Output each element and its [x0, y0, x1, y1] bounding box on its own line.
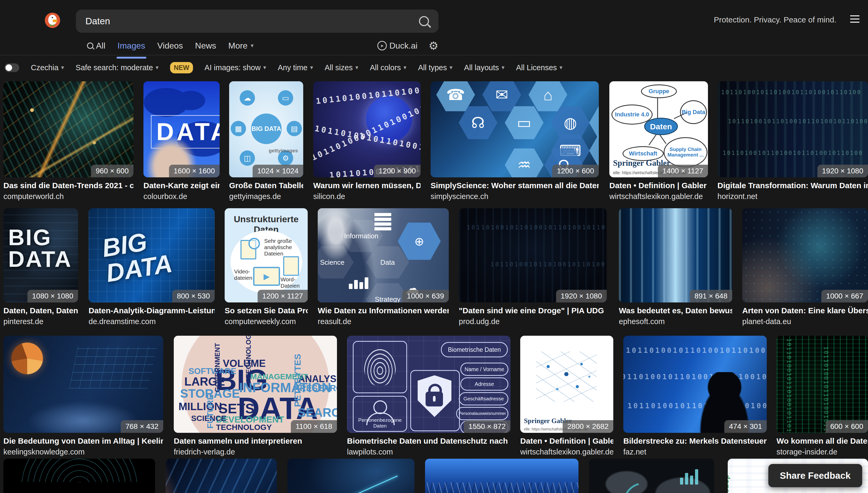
size-badge: 1200 × 600 [552, 165, 599, 177]
filter-licenses[interactable]: All Licenses▾ [516, 63, 563, 72]
share-feedback-button[interactable]: Share Feedback [768, 464, 862, 487]
image-result[interactable]: Personenbezogene Daten Biometrische Date… [347, 336, 510, 433]
image-result[interactable]: DATA 1600 × 1600 [143, 81, 220, 177]
result-title[interactable]: Daten, Daten, Daten: ... [3, 306, 78, 315]
image-result[interactable]: 10110100101101001011010010110100 1011010… [717, 81, 868, 177]
binary-texture: 10110100101101001011010010110100 [723, 150, 863, 156]
menu-icon[interactable] [850, 15, 860, 23]
result-domain[interactable]: de.dreamstime.com [89, 317, 214, 326]
result-domain[interactable]: computerweekly.com [225, 317, 308, 326]
cloud-word: TECHNOLOGIES [245, 336, 252, 378]
search-bar[interactable]: Daten [76, 9, 438, 33]
result-title[interactable]: Warum wir lernen müssen, Date... [313, 181, 420, 190]
result-title[interactable]: Biometrische Daten und Datenschutz nach … [347, 436, 510, 446]
result-title[interactable]: Daten • Definition | Gabler Wi... [609, 181, 708, 190]
result-title[interactable]: Daten • Definition | Gabler ... [520, 436, 613, 446]
size-badge: 800 × 530 [172, 290, 214, 302]
result-title[interactable]: Was bedeutet es, Daten bewusst ... [619, 306, 732, 315]
filter-safe-search[interactable]: Safe search: moderate▾ [76, 63, 158, 72]
duckduckgo-logo[interactable] [45, 13, 60, 28]
result-domain[interactable]: reasult.de [318, 317, 449, 326]
image-result[interactable]: BIG DATA 1080 × 1080 [3, 208, 78, 302]
result-domain[interactable]: colourbox.de [143, 192, 220, 201]
image-result[interactable]: Gruppe Industrie 4.0 Big Data Daten Wirt… [609, 81, 708, 177]
result-title[interactable]: Die Bedeutung von Daten im Alltag | Keel… [3, 436, 163, 446]
result-title[interactable]: Große Daten Tabelle ... [229, 181, 303, 190]
result-domain[interactable]: faz.net [623, 448, 767, 456]
filter-region[interactable]: Czechia▾ [31, 63, 64, 72]
result-domain[interactable]: keelingsknowledge.com [3, 448, 163, 456]
result-domain[interactable]: pinterest.de [3, 317, 78, 326]
image-result[interactable]: 10110100101101001011010010110100 1011010… [777, 336, 868, 433]
duckai-button[interactable]: ➤ Duck.ai [377, 41, 418, 51]
image-result[interactable]: 960 × 600 [3, 81, 133, 177]
result-domain[interactable]: wirtschaftslexikon.gabler.de [520, 448, 613, 456]
result-domain[interactable]: ephesoft.com [619, 317, 732, 326]
result-title[interactable]: Bilderstrecke zu: Merkels Datensteuer: W… [623, 436, 767, 446]
result-domain[interactable]: lawpilots.com [347, 448, 510, 456]
gear-icon[interactable]: ⚙ [429, 39, 438, 52]
tab-videos[interactable]: Videos [157, 41, 183, 51]
filter-layouts[interactable]: All layouts▾ [464, 63, 504, 72]
result-domain[interactable]: prod.udg.de [459, 317, 607, 326]
image-result[interactable] [166, 459, 277, 493]
result-title[interactable]: Arten von Daten: Eine klare Übersicht... [742, 306, 868, 315]
image-result[interactable]: 10110100101101001011010010110100 1011010… [623, 336, 767, 433]
image-result[interactable]: 10110100101101001011010010110100 1011010… [459, 208, 607, 302]
tab-news[interactable]: News [195, 41, 216, 51]
cloud-word: FUTURE [206, 394, 214, 429]
result-title[interactable]: Wo kommen all die Daten ... [777, 436, 868, 446]
result-domain[interactable]: wirtschaftslexikon.gabler.de [609, 192, 708, 201]
result-domain[interactable]: friedrich-verlag.de [174, 448, 337, 456]
image-result[interactable]: 768 × 432 [3, 336, 163, 433]
result-title[interactable]: "Daten sind wie eine Droge" | PIA UDG [459, 306, 607, 315]
result-title[interactable]: Digitale Transformation: Warum Daten im … [717, 181, 868, 190]
image-result[interactable]: ☎ ✉ ⌂ ☊ ▭ ◍ ❝ ⌨ ▦ ♒ Ω 1200 × 600 [431, 81, 599, 177]
result-domain[interactable]: storage-insider.de [777, 448, 868, 456]
image-result[interactable]: Information Science Data Strategy ⊕ ☁ 10… [318, 208, 449, 302]
tab-more[interactable]: More ▾ [228, 41, 254, 51]
filter-colors[interactable]: All colors▾ [370, 63, 407, 72]
theme-toggle[interactable] [4, 63, 19, 72]
result-domain[interactable]: silicon.de [313, 192, 420, 201]
image-result[interactable]: 10110100101101001011010010110100 1011010… [313, 81, 420, 177]
filter-sizes[interactable]: All sizes▾ [325, 63, 358, 72]
result-domain[interactable]: planet-data.eu [742, 317, 868, 326]
image-result[interactable] [288, 459, 414, 493]
result-title[interactable]: SimplyScience: Woher stammen all die Dat… [431, 181, 599, 190]
image-result[interactable]: Unstrukturierte Daten Sehr große analyti… [225, 208, 308, 302]
result-title[interactable]: Daten-Karte zeigt ein... [143, 181, 220, 190]
image-result[interactable] [3, 459, 155, 493]
search-tab-icon [87, 42, 93, 49]
tab-images[interactable]: Images [118, 41, 145, 51]
data-pill: Personalausweisnummer [456, 407, 508, 420]
search-input[interactable]: Daten [86, 16, 419, 26]
binary-texture: 10110100101101001011010010110100 [823, 346, 829, 433]
result-title[interactable]: Das sind die Daten-Trends 2021 - comp... [3, 181, 133, 190]
image-result[interactable] [425, 459, 578, 493]
search-icon[interactable] [419, 16, 429, 26]
data-dots-art [742, 208, 868, 302]
image-result[interactable]: 1000 × 667 [742, 208, 868, 302]
filter-types[interactable]: All types▾ [418, 63, 453, 72]
filter-ai-images[interactable]: AI images: show▾ [205, 63, 266, 72]
result-domain[interactable]: computerworld.ch [3, 192, 133, 201]
grid-icon: ▦ [231, 121, 246, 136]
tab-all[interactable]: All [87, 41, 106, 51]
result-title[interactable]: Daten sammeln und interpretieren [174, 436, 337, 446]
result-title[interactable]: Wie Daten zu Informationen werden - R... [318, 306, 449, 315]
result-domain[interactable]: horizont.net [717, 192, 868, 201]
result-domain[interactable]: simplyscience.ch [431, 192, 599, 201]
result-domain[interactable]: gettyimages.de [229, 192, 303, 201]
image-result[interactable]: ☁ ▭ ▦ ▤ ◫ ⚙ BIG DATA gettyimages 1024 × … [229, 81, 303, 177]
image-result[interactable]: BIG DATA 800 × 530 [89, 208, 214, 302]
image-result[interactable]: BIG DATA INFORMATION STORAGE LARGE MILLI… [174, 336, 337, 433]
result-title[interactable]: Daten-Analytik-Diagramm-Leistungs-... [89, 306, 214, 315]
size-badge: 474 × 301 [724, 420, 767, 433]
filter-time[interactable]: Any time▾ [278, 63, 313, 72]
image-result[interactable] [589, 459, 714, 493]
diagram-node: Gruppe [641, 84, 677, 98]
image-result[interactable]: 891 × 648 [619, 208, 732, 302]
image-result[interactable]: Springer Gabler elle: https://wirtschaft… [520, 336, 613, 433]
result-title[interactable]: So setzen Sie Data Prot... [225, 306, 308, 315]
